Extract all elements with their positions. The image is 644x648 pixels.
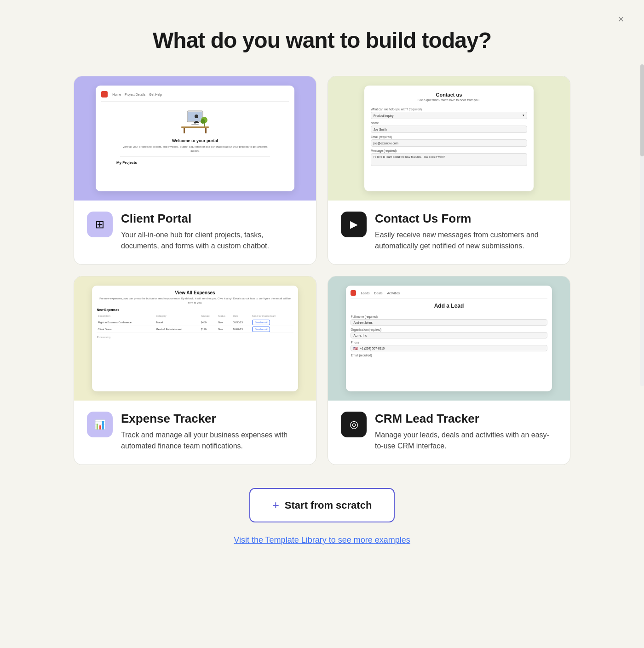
card-preview-crm: Leads Deals Activities Add a Lead Full n… [328,276,570,401]
card-preview-contact-form: Contact us Got a question? We'd love to … [328,76,570,201]
card-icon-contact-form: ▶ [341,212,367,237]
card-icon-crm: ◎ [341,412,367,437]
svg-rect-5 [181,126,209,128]
plus-icon: + [272,498,279,512]
card-contact-form[interactable]: Contact us Got a question? We'd love to … [328,76,570,265]
card-desc-crm: Manage your leads, deals and activities … [375,430,557,452]
card-client-portal[interactable]: Home Project Details Get Help [74,76,316,265]
crm-icon: ◎ [350,419,358,430]
card-info-contact-form: ▶ Contact Us Form Easily receive new mes… [328,201,570,264]
cards-grid: Home Project Details Get Help [46,76,598,465]
card-info-client-portal: ⊞ Client Portal Your all-in-one hub for … [74,201,316,264]
bottom-section: + Start from scratch Visit the Template … [0,465,644,573]
page-title: What do you want to build today? [18,28,626,53]
card-crm[interactable]: Leads Deals Activities Add a Lead Full n… [328,276,570,465]
svg-point-10 [201,119,205,124]
card-info-expenses: 📊 Expense Tracker Track and manage all y… [74,401,316,464]
close-icon: × [618,13,624,25]
page-header: What do you want to build today? [0,0,644,76]
start-from-scratch-button[interactable]: + Start from scratch [249,488,395,522]
card-expenses[interactable]: View All Expenses For new expenses, you … [74,276,316,465]
card-desc-contact-form: Easily receive new messages from custome… [375,229,557,252]
scrollbar[interactable] [640,64,644,386]
card-icon-expenses: 📊 [87,412,113,437]
svg-rect-6 [184,128,185,133]
close-button[interactable]: × [613,11,629,28]
card-info-crm: ◎ CRM Lead Tracker Manage your leads, de… [328,401,570,464]
client-portal-icon: ⊞ [95,218,104,231]
svg-point-4 [195,115,198,118]
expenses-icon: 📊 [94,419,106,430]
card-title-client-portal: Client Portal [121,212,303,226]
scroll-thumb [640,64,644,156]
card-icon-client-portal: ⊞ [87,212,113,237]
svg-rect-7 [205,128,207,133]
svg-rect-3 [191,124,199,125]
card-preview-client-portal: Home Project Details Get Help [74,76,316,201]
card-title-contact-form: Contact Us Form [375,212,557,226]
contact-form-icon: ▶ [350,218,358,230]
card-preview-expenses: View All Expenses For new expenses, you … [74,276,316,401]
start-scratch-label: Start from scratch [285,499,372,511]
card-desc-client-portal: Your all-in-one hub for client projects,… [121,229,303,252]
card-title-expenses: Expense Tracker [121,412,303,426]
template-library-link[interactable]: Visit the Template Library to see more e… [234,535,410,545]
card-title-crm: CRM Lead Tracker [375,412,557,426]
card-desc-expenses: Track and manage all your business expen… [121,430,303,452]
